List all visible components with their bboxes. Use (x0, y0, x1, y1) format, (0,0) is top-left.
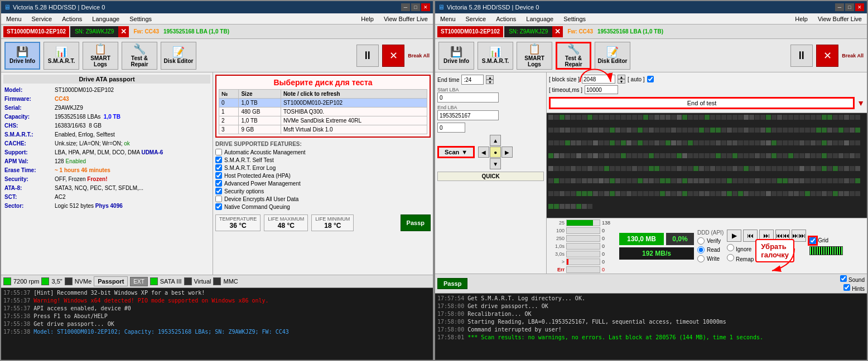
toolbar-smart[interactable]: 📊 S.M.A.R.T. (44, 42, 79, 70)
feature-check-1[interactable] (215, 157, 222, 163)
rtoolbar-drive-info[interactable]: 💾 Drive Info (438, 42, 474, 70)
bar-100: 100 0 (549, 227, 616, 234)
minimize-btn-right[interactable]: ─ (835, 3, 844, 11)
bar-gt-value: 0 (602, 259, 616, 265)
verify-radio[interactable] (697, 237, 705, 245)
menu-viewbuffer[interactable]: View Buffer Live (381, 15, 431, 23)
end-lba-input[interactable] (437, 110, 499, 120)
maximize-btn-left[interactable]: □ (411, 3, 420, 11)
toolbar-drive-info[interactable]: 💾 Drive Info (4, 42, 40, 70)
write-radio[interactable] (697, 255, 705, 262)
status-nvme (65, 277, 73, 285)
quick-btn[interactable]: QUICK (437, 172, 544, 181)
nav-left[interactable]: ◀ (478, 147, 489, 158)
pass-btn-left[interactable]: Passp (401, 214, 431, 231)
block-size-up[interactable]: ▲ (618, 75, 625, 79)
rmenu-actions[interactable]: Actions (493, 15, 519, 23)
feature-check-4[interactable] (215, 180, 222, 187)
sector-value: Logic 512 bytes Phys 4096 (55, 202, 209, 210)
close-btn-right[interactable]: ✕ (855, 3, 864, 11)
rtoolbar-disk-editor[interactable]: 📝 Disk Editor (595, 42, 630, 70)
break-btn-left[interactable]: ✕ (382, 45, 404, 67)
rtoolbar-test-repair[interactable]: 🔧 Test & Repair (556, 42, 591, 70)
rmenu-viewbuffer[interactable]: View Buffer Live (815, 15, 865, 23)
table-row[interactable]: 1 480 GB TOSHIBA Q300. (219, 108, 427, 116)
rtoolbar-smart-logs[interactable]: 📋 SMART Logs (517, 42, 552, 70)
menu-actions[interactable]: Actions (59, 15, 85, 23)
disk-num-1: 1 (219, 108, 239, 116)
block-size-down[interactable]: ▼ (618, 79, 625, 84)
close-drive-right[interactable]: ✕ (552, 26, 563, 37)
toolbar-right: 💾 Drive Info 📊 S.M.A.R.T. 📋 SMART Logs 🔧… (435, 39, 867, 72)
table-row[interactable]: 0 1,0 TB ST1000DM010-2EP102 (219, 99, 427, 108)
feature-check-3[interactable] (215, 172, 222, 179)
scan-map (547, 113, 867, 218)
feature-check-0[interactable] (215, 149, 222, 155)
close-btn-left[interactable]: ✕ (421, 3, 430, 11)
menu-settings[interactable]: Settings (127, 15, 155, 23)
nav-right[interactable]: ▶ (501, 147, 513, 158)
read-radio[interactable] (697, 246, 705, 253)
end-time-row: End time ▲ ▼ (437, 75, 544, 85)
table-row[interactable]: 3 9 GB Msft Virtual Disk 1.0 (219, 125, 427, 134)
maximize-btn-right[interactable]: □ (845, 3, 854, 11)
nav-up[interactable]: ▲ (490, 135, 501, 146)
pause-btn-right[interactable]: ⏸ (790, 45, 813, 67)
rtoolbar-smart[interactable]: 📊 S.M.A.R.T. (478, 42, 513, 70)
break-btn-right[interactable]: ✕ (816, 45, 838, 67)
nav-center[interactable]: ● (490, 147, 501, 158)
end-time-up[interactable]: ▲ (486, 75, 494, 80)
feature-check-2[interactable] (215, 164, 222, 171)
refresh-radio[interactable] (759, 254, 766, 261)
end-of-test-dropdown[interactable]: End of test (549, 97, 855, 109)
nav-down[interactable]: ▼ (490, 158, 501, 169)
menu-language[interactable]: Language (89, 15, 122, 23)
ext-btn-left[interactable]: EXT (130, 277, 147, 286)
feature-check-7[interactable] (215, 203, 222, 210)
auto-check[interactable] (647, 76, 654, 82)
table-row[interactable]: 2 1,0 TB NVMe SandDisk Extreme 40RL (219, 116, 427, 125)
close-drive-left[interactable]: ✕ (118, 26, 129, 37)
passport-btn-left[interactable]: Passport (94, 276, 128, 286)
rmenu-settings[interactable]: Settings (561, 15, 589, 23)
cur-input[interactable] (437, 123, 465, 133)
toolbar-disk-editor[interactable]: 📝 Disk Editor (161, 42, 196, 70)
toolbar-smart-logs[interactable]: 📋 SMART Logs (83, 42, 118, 70)
ignore-radio[interactable] (727, 244, 734, 251)
rmenu-menu[interactable]: Menu (437, 15, 459, 23)
feature-check-6[interactable] (215, 196, 222, 202)
pass-btn-right[interactable]: Passp (437, 278, 467, 289)
menu-service[interactable]: Service (29, 15, 55, 23)
rmenu-service[interactable]: Service (463, 15, 489, 23)
end-time-input[interactable] (461, 75, 484, 85)
sound-check[interactable] (840, 275, 847, 282)
scan-button[interactable]: Scan ▼ (437, 146, 475, 158)
menu-menu[interactable]: Menu (3, 15, 25, 23)
act-play[interactable]: ▶ (727, 230, 741, 242)
minimize-btn-left[interactable]: ─ (401, 3, 410, 11)
end-time-down[interactable]: ▼ (486, 80, 494, 84)
act-fwd[interactable]: ⏭ (759, 230, 774, 242)
block-size-input[interactable] (582, 75, 615, 84)
start-lba-input[interactable] (437, 92, 499, 103)
act-rew2[interactable]: ⏮⏮ (775, 230, 790, 242)
timeout-input[interactable] (585, 85, 618, 94)
feature-label-6: Device Encrypts All User Data (224, 196, 298, 202)
pause-btn-left[interactable]: ⏸ (356, 45, 379, 67)
act-fwd2[interactable]: ⏭⏭ (792, 230, 806, 242)
act-rew[interactable]: ⏮ (743, 230, 758, 242)
erase-radio[interactable] (757, 244, 764, 251)
feature-check-5[interactable] (215, 188, 222, 194)
drive-tab-left[interactable]: ST1000DM010-2EP102 (3, 26, 69, 37)
rtoolbar-test-repair-label: Test & Repair (557, 55, 590, 67)
rmenu-help[interactable]: Help (792, 15, 811, 23)
status-virtual (184, 277, 192, 285)
toolbar-test-repair[interactable]: 🔧 Test & Repair (122, 42, 157, 70)
ata-label: ATA-8: (4, 184, 55, 192)
rmenu-language[interactable]: Language (523, 15, 556, 23)
remap-radio[interactable] (727, 254, 734, 261)
hints-check[interactable] (843, 284, 850, 291)
grid-checkbox[interactable] (809, 237, 816, 244)
drive-tab-right[interactable]: ST1000DM010-2EP102 (437, 26, 503, 37)
menu-help[interactable]: Help (358, 15, 377, 23)
